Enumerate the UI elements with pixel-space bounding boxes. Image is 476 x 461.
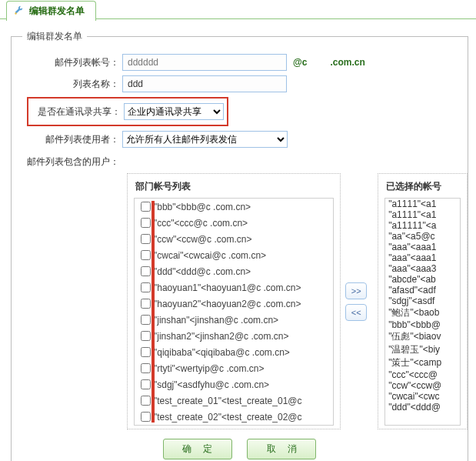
list-item-label: "rtyti"<wertyip@c .com.cn> (154, 363, 264, 374)
list-item[interactable]: "ddd"<ddd@ (385, 402, 460, 413)
list-item-label: "ddd"<ddd@c .com.cn> (154, 266, 251, 277)
list-item[interactable]: "cwcai"<cwcai@c .com.cn> (135, 247, 333, 263)
tab-title: 编辑群发名单 (29, 5, 85, 16)
list-item[interactable]: "haoyuan1"<haoyuan1@c .com.cn> (135, 279, 333, 296)
list-item-label: "test_create_01"<test_create_01@c (154, 396, 302, 406)
list-item[interactable]: "rtyti"<wertyip@c .com.cn> (135, 360, 333, 376)
footer: 确 定 取 消 (12, 429, 468, 459)
list-item[interactable]: "ccc"<ccc@c .com.cn> (135, 215, 333, 231)
add-button[interactable]: >> (345, 282, 367, 299)
row-user: 邮件列表使用者： 允许所有人往邮件列表发信 (12, 131, 468, 148)
selected-panel: 已选择的帐号 "a1111"<a1"a1111"<a1"a11111"<a"aa… (378, 173, 468, 429)
list-item[interactable]: "aaa"<aaa3 (385, 263, 460, 274)
list-item[interactable]: "qiqibaba"<qiqibaba@c .com.cn> (135, 344, 333, 360)
list-item-checkbox[interactable] (141, 218, 151, 228)
list-item[interactable]: "test_create_01"<test_create_01@c (135, 393, 333, 409)
list-item-label: "test_create_02"<test_create_02@c (154, 412, 302, 423)
list-item-label: "haoyuan2"<haoyuan2@c .com.cn> (154, 299, 301, 309)
selected-list[interactable]: "a1111"<a1"a1111"<a1"a11111"<a"aa"<a5@c"… (384, 198, 461, 426)
list-item[interactable]: "haoyuan2"<haoyuan2@c .com.cn> (135, 296, 333, 312)
selected-title: 已选择的帐号 (386, 180, 461, 193)
list-item-checkbox[interactable] (141, 234, 151, 244)
label-share: 是否在通讯录共享： (32, 105, 121, 119)
list-item[interactable]: "a1111"<a1 (385, 209, 460, 220)
list-item[interactable]: "afasd"<adf (385, 285, 460, 296)
list-item-label: "qiqibaba"<qiqibaba@c .com.cn> (154, 347, 290, 358)
list-item[interactable]: "aaa"<aaa1 (385, 252, 460, 263)
list-item-label: "ccw"<ccw@c .com.cn> (154, 234, 251, 245)
group-fieldset: 编辑群发名单 邮件列表帐号： @c .com.cn 列表名称： 是否在通讯录共享… (11, 36, 468, 461)
list-item[interactable]: "ddd"<ddd@c .com.cn> (135, 263, 333, 279)
label-members: 邮件列表包含的用户： (12, 152, 122, 169)
wrench-icon (13, 5, 24, 16)
list-item-label: "jinshan"<jinshan@c .com.cn> (154, 315, 278, 326)
highlight-column-marker (151, 201, 155, 423)
list-item[interactable]: "鲍洁"<baob (385, 306, 460, 319)
list-item[interactable]: "jinshan"<jinshan@c .com.cn> (135, 312, 333, 328)
list-item-label: "jinshan2"<jinshan2@c .com.cn> (154, 331, 288, 342)
dept-list[interactable]: "bbb"<bbb@c .com.cn>"ccc"<ccc@c .com.cn>… (134, 198, 334, 426)
list-item-checkbox[interactable] (141, 266, 151, 276)
list-item[interactable]: "a11111"<a (385, 220, 460, 231)
dept-panel: 部门帐号列表 "bbb"<bbb@c .com.cn>"ccc"<ccc@c .… (127, 173, 341, 429)
row-account: 邮件列表帐号： @c .com.cn (12, 54, 468, 71)
list-item-checkbox[interactable] (141, 379, 151, 389)
dept-title: 部门帐号列表 (135, 180, 334, 193)
list-item-label: "sdgj"<asdfyhu@c .com.cn> (154, 379, 269, 390)
list-item[interactable]: "sdgj"<asdfyhu@c .com.cn> (135, 376, 333, 393)
list-item[interactable]: "jinshan2"<jinshan2@c .com.cn> (135, 328, 333, 344)
list-item[interactable]: "bbb"<bbb@c .com.cn> (135, 199, 333, 215)
label-name: 列表名称： (12, 78, 122, 91)
list-item-checkbox[interactable] (141, 396, 151, 406)
input-account[interactable] (122, 54, 287, 71)
list-item-checkbox[interactable] (141, 299, 151, 309)
list-item[interactable]: "a1111"<a1 (385, 199, 460, 209)
list-item[interactable]: "abcde"<ab (385, 274, 460, 285)
list-item-checkbox[interactable] (141, 412, 151, 422)
list-item-checkbox[interactable] (141, 363, 151, 373)
list-item-checkbox[interactable] (141, 202, 151, 212)
cancel-button[interactable]: 取 消 (247, 439, 316, 459)
legend: 编辑群发名单 (22, 30, 87, 43)
tab-edit-list[interactable]: 编辑群发名单 (6, 1, 96, 21)
domain-suffix: .com.cn (330, 57, 364, 68)
list-item-checkbox[interactable] (141, 315, 151, 325)
list-item[interactable]: "cwcai"<cwc (385, 391, 460, 402)
domain-at: @c (293, 57, 307, 68)
list-item-checkbox[interactable] (141, 331, 151, 341)
list-item[interactable]: "ccw"<ccw@ (385, 380, 460, 391)
lists-area: 部门帐号列表 "bbb"<bbb@c .com.cn>"ccc"<ccc@c .… (127, 173, 468, 429)
row-share: 是否在通讯录共享： 企业内通讯录共享 (12, 97, 468, 126)
list-item-label: "haoyuan1"<haoyuan1@c .com.cn> (154, 282, 301, 293)
transfer-buttons: >> << (341, 173, 371, 429)
list-item[interactable]: "ccw"<ccw@c .com.cn> (135, 231, 333, 247)
highlight-share: 是否在通讯录共享： 企业内通讯录共享 (27, 97, 228, 126)
list-item-label: "cwcai"<cwcai@c .com.cn> (154, 250, 266, 261)
list-item[interactable]: "伍彪"<biaov (385, 330, 460, 343)
list-item[interactable]: "aa"<a5@c (385, 231, 460, 242)
remove-button[interactable]: << (345, 304, 367, 321)
list-item-label: "ccc"<ccc@c .com.cn> (154, 218, 248, 229)
list-item[interactable]: "bbb"<bbb@ (385, 319, 460, 330)
list-item[interactable]: "sdgj"<asdf (385, 296, 460, 306)
list-item[interactable]: "策士"<camp (385, 356, 460, 369)
list-item[interactable]: "aaa"<aaa1 (385, 242, 460, 252)
page: 编辑群发名单 编辑群发名单 邮件列表帐号： @c .com.cn 列表名称： 是… (0, 0, 476, 461)
list-item-label: "bbb"<bbb@c .com.cn> (154, 202, 251, 212)
label-user: 邮件列表使用者： (12, 133, 122, 146)
select-user[interactable]: 允许所有人往邮件列表发信 (122, 131, 288, 148)
tab-bar: 编辑群发名单 (0, 0, 476, 19)
select-share[interactable]: 企业内通讯录共享 (124, 103, 224, 120)
label-account: 邮件列表帐号： (12, 56, 122, 69)
ok-button[interactable]: 确 定 (163, 439, 232, 459)
list-item-checkbox[interactable] (141, 282, 151, 292)
list-item-checkbox[interactable] (141, 250, 151, 260)
svg-point-0 (15, 12, 16, 14)
list-item-checkbox[interactable] (141, 347, 151, 357)
row-name: 列表名称： (12, 75, 468, 92)
list-item[interactable]: "温碧玉"<biy (385, 343, 460, 356)
input-name[interactable] (122, 75, 287, 92)
list-item[interactable]: "test_create_02"<test_create_02@c (135, 409, 333, 425)
list-item[interactable]: "ccc"<ccc@ (385, 369, 460, 380)
row-members: 邮件列表包含的用户： (12, 152, 468, 169)
